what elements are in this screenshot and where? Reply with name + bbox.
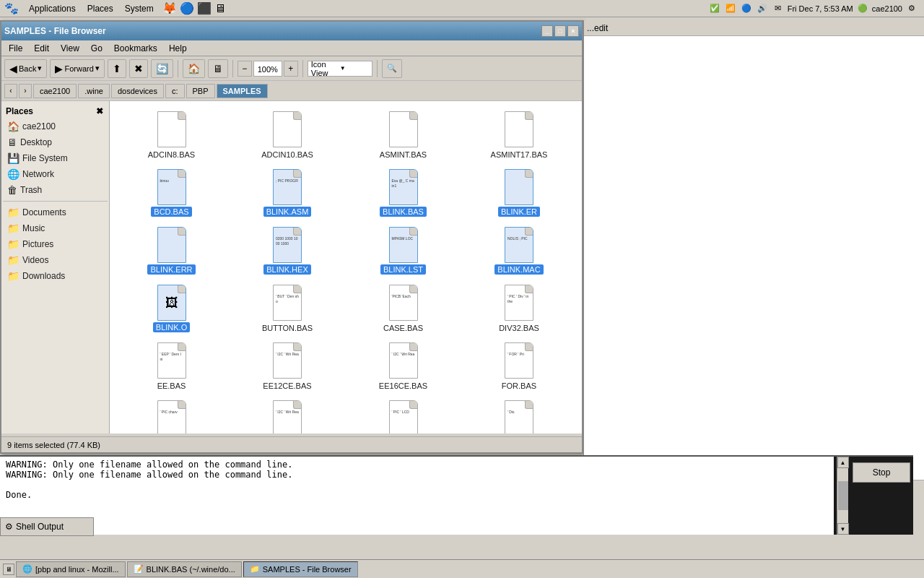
file-item[interactable]: ADCIN8.BAS	[116, 107, 227, 162]
stop-label: Stop	[873, 467, 891, 478]
taskbar-icon-samples: 📁	[250, 564, 260, 574]
file-item[interactable]: ASMINT17.BAS	[463, 107, 575, 162]
home-button[interactable]: 🏠	[183, 59, 205, 78]
sidebar-item-cae2100[interactable]: 🏠 cae2100	[1, 118, 109, 134]
taskbar-item-mozilla[interactable]: 🌐 [pbp and linux - Mozill...	[16, 561, 126, 577]
file-item[interactable]: ' PIC charv HSER.BAS	[116, 396, 227, 434]
search-button[interactable]: 🔍	[382, 59, 402, 78]
bc-cae2100[interactable]: cae2100	[33, 84, 77, 98]
scroll-down-arrow[interactable]: ▼	[837, 523, 849, 535]
scroll-thumb[interactable]	[838, 481, 848, 510]
file-item[interactable]: Exa @_ C main1 BLINK.BAS	[347, 165, 459, 220]
zoom-in-button[interactable]: +	[284, 61, 298, 77]
trash-icon: 🗑	[7, 184, 17, 196]
fb-menu-go[interactable]: Go	[87, 42, 107, 55]
file-item[interactable]: BLINK.ER	[463, 165, 575, 220]
file-item[interactable]: ' Dis LOGIC.BAS	[463, 396, 575, 434]
file-item[interactable]: ' EEP ' Dem Ini EE.BAS	[116, 338, 227, 393]
view-dropdown[interactable]: Icon View ▼	[308, 61, 372, 77]
file-item[interactable]: 🖼 BLINK.O	[116, 280, 227, 335]
file-icon-wrapper	[154, 110, 189, 149]
taskbar-item-samples[interactable]: 📁 SAMPLES - File Browser	[243, 561, 358, 577]
username-display: cae2100	[872, 4, 902, 13]
top-right-area: ✅ 📶 🔵 🔊 ✉ Fri Dec 7, 5:53 AM 🟢 cae2100 ⚙	[708, 2, 924, 15]
maximize-button[interactable]: □	[554, 25, 566, 37]
up-button[interactable]: ⬆	[108, 59, 126, 78]
bc-wine[interactable]: .wine	[78, 84, 110, 98]
sidebar-item-pictures[interactable]: 📁 Pictures	[1, 236, 109, 252]
power-icon[interactable]: ⚙	[905, 2, 918, 15]
bluetooth-icon: 🔵	[740, 2, 753, 15]
close-button[interactable]: ×	[567, 25, 579, 37]
breadcrumb-back[interactable]: ‹	[4, 84, 17, 98]
sidebar-item-videos[interactable]: 📁 Videos	[1, 252, 109, 268]
places-menu[interactable]: Places	[82, 2, 119, 15]
file-item[interactable]: ' BUT ' Den sho BUTTON.BAS	[232, 280, 344, 335]
system-menu[interactable]: System	[119, 2, 160, 15]
applications-menu[interactable]: Applications	[23, 2, 82, 15]
shell-output-tab[interactable]: ⚙ Shell Output	[0, 517, 94, 536]
firefox-icon[interactable]: 🦊	[162, 1, 177, 15]
fb-menu-edit[interactable]: Edit	[30, 42, 53, 55]
sidebar-divider	[3, 201, 108, 202]
fb-body: Places ✖ 🏠 cae2100 🖥 Desktop 💾 File Syst…	[1, 101, 582, 434]
file-item[interactable]: ' FOR ' Pri FOR.BAS	[463, 338, 575, 393]
fb-menu-view[interactable]: View	[56, 42, 84, 55]
taskbar-item-blink[interactable]: 📝 BLINK.BAS (~/.wine/do...	[127, 561, 242, 577]
forward-button[interactable]: ▶ Forward ▾	[50, 59, 104, 78]
reload-icon: 🔄	[156, 63, 168, 74]
editor-content[interactable]	[584, 36, 924, 480]
fb-status-text: 9 items selected (77.4 KB)	[7, 441, 100, 449]
file-item[interactable]: ' I2C ' Wri Rea EE16CE.BAS	[347, 338, 459, 393]
sidebar-item-filesystem[interactable]: 💾 File System	[1, 150, 109, 166]
file-name: ADCIN8.BAS	[148, 150, 195, 159]
file-item[interactable]: BLINK.ERR	[116, 223, 227, 277]
stop-icon: ✖	[134, 63, 143, 74]
sidebar-item-trash[interactable]: 🗑 Trash	[1, 182, 109, 198]
sidebar-item-downloads[interactable]: 📁 Downloads	[1, 268, 109, 284]
fb-menu-file[interactable]: File	[4, 42, 27, 55]
file-label: BLINK.HEX	[263, 264, 310, 275]
sidebar-item-music[interactable]: 📁 Music	[1, 220, 109, 236]
file-item[interactable]: binou BCD.BAS	[116, 165, 227, 220]
fb-menubar: File Edit View Go Bookmarks Help	[1, 40, 582, 56]
places-close-button[interactable]: ✖	[95, 106, 105, 116]
file-item[interactable]: ' I2C ' Wri Rea EE12CE.BAS	[232, 338, 344, 393]
shell-scrollbar: ▲ ▼	[837, 457, 848, 535]
zoom-out-button[interactable]: −	[237, 61, 252, 77]
file-item[interactable]: ' PIC ' Div ' in the DIV32.BAS	[463, 280, 575, 335]
browser-icon2[interactable]: 🔵	[180, 1, 194, 15]
file-item[interactable]: ; PIC PROGR BLINK.ASM	[232, 165, 344, 220]
terminal-icon[interactable]: ⬛	[197, 1, 212, 15]
file-item[interactable]: ' I2C ' Wri Rea I2C.BAS	[232, 396, 344, 434]
computer-icon: 🖥	[213, 63, 223, 74]
bc-pbp[interactable]: PBP	[186, 84, 215, 98]
file-item[interactable]: 0200 1000 1000 1000 BLINK.HEX	[232, 223, 344, 277]
sidebar-item-network[interactable]: 🌐 Network	[1, 166, 109, 182]
bc-samples[interactable]: SAMPLES	[217, 84, 268, 98]
reload-button[interactable]: 🔄	[151, 59, 173, 78]
fb-menu-help[interactable]: Help	[165, 42, 191, 55]
computer-button[interactable]: 🖥	[208, 59, 228, 78]
stop-button[interactable]: ✖	[129, 59, 148, 78]
stop-button[interactable]: Stop	[853, 462, 910, 483]
back-button[interactable]: ◀ Back ▾	[4, 59, 47, 78]
file-item[interactable]: MPASM LOC BLINK.LST	[347, 223, 459, 277]
minimize-button[interactable]: _	[541, 25, 553, 37]
scroll-up-arrow[interactable]: ▲	[837, 457, 849, 468]
file-item[interactable]: NOLIS ; PIC BLINK.MAC	[463, 223, 575, 277]
bc-dosdevices[interactable]: dosdevices	[111, 84, 164, 98]
file-icon-wrapper	[386, 110, 421, 149]
sidebar-item-desktop[interactable]: 🖥 Desktop	[1, 134, 109, 150]
file-item[interactable]: ADCIN10.BAS	[232, 107, 344, 162]
file-item[interactable]: ASMINT.BAS	[347, 107, 459, 162]
monitor-icon[interactable]: 🖥	[214, 2, 226, 15]
bc-c[interactable]: c:	[165, 84, 185, 98]
fb-menu-bookmarks[interactable]: Bookmarks	[110, 42, 162, 55]
sidebar-item-documents[interactable]: 📁 Documents	[1, 204, 109, 220]
breadcrumb-forward[interactable]: ›	[19, 84, 32, 98]
file-item[interactable]: ' PIC ' LCD LCD.BAS	[347, 396, 459, 434]
file-item[interactable]: 'PICB 'Each CASE.BAS	[347, 280, 459, 335]
app-icon[interactable]: 🐾	[0, 0, 23, 17]
sidebar-label-documents: Documents	[22, 207, 66, 217]
